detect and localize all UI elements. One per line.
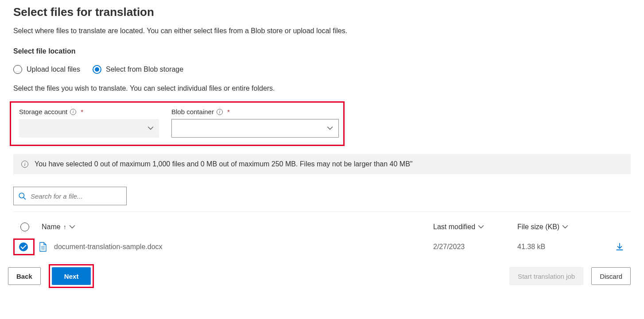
- radio-blob-label: Select from Blob storage: [106, 65, 183, 73]
- blob-container-label: Blob container: [171, 108, 214, 115]
- column-name[interactable]: Name ↑: [42, 223, 433, 231]
- column-file-size[interactable]: File size (KB): [517, 223, 606, 231]
- selection-info-bar: i You have selected 0 out of maximum 1,0…: [13, 154, 631, 174]
- file-location-label: Select file location: [13, 47, 631, 55]
- page-subtitle: Select where files to translate are loca…: [13, 27, 631, 35]
- start-translation-button: Start translation job: [509, 267, 583, 285]
- page-title: Select files for translation: [13, 5, 631, 19]
- radio-icon: [13, 65, 22, 74]
- column-name-label: Name: [42, 223, 61, 231]
- radio-upload-label: Upload local files: [27, 65, 80, 73]
- column-size-label: File size (KB): [517, 223, 559, 231]
- discard-button[interactable]: Discard: [591, 267, 631, 285]
- info-icon[interactable]: i: [217, 109, 223, 115]
- chevron-down-icon: [478, 224, 484, 230]
- radio-blob-storage[interactable]: Select from Blob storage: [93, 65, 183, 74]
- helper-text: Select the files you wish to translate. …: [13, 85, 631, 92]
- file-location-radio-group: Upload local files Select from Blob stor…: [13, 65, 631, 74]
- storage-fields-highlight: Storage account i * Blob container i *: [10, 101, 345, 146]
- file-modified: 2/27/2023: [433, 243, 517, 251]
- sort-ascending-icon: ↑: [63, 223, 66, 231]
- download-icon[interactable]: [616, 243, 624, 251]
- svg-line-1: [23, 197, 26, 200]
- radio-upload-local[interactable]: Upload local files: [13, 65, 80, 74]
- storage-account-select[interactable]: [19, 119, 159, 138]
- divider: [13, 211, 631, 212]
- footer-buttons: Back Next Start translation job Discard: [8, 264, 631, 288]
- chevron-down-icon: [327, 125, 333, 131]
- next-button-highlight: Next: [49, 264, 94, 288]
- row-checkbox-highlight: [13, 238, 35, 255]
- table-row[interactable]: document-translation-sample.docx 2/27/20…: [13, 236, 631, 258]
- search-input[interactable]: [30, 192, 122, 200]
- next-button[interactable]: Next: [52, 267, 91, 285]
- chevron-down-icon: [69, 224, 75, 230]
- back-button[interactable]: Back: [8, 267, 41, 285]
- document-icon: [39, 242, 47, 252]
- search-icon: [18, 192, 26, 200]
- info-icon: i: [21, 161, 28, 168]
- file-search[interactable]: [13, 187, 127, 205]
- blob-container-select[interactable]: [171, 119, 339, 138]
- column-last-modified[interactable]: Last modified: [433, 223, 517, 231]
- file-table-header: Name ↑ Last modified File size (KB): [13, 218, 631, 236]
- required-indicator: *: [227, 108, 230, 115]
- info-bar-text: You have selected 0 out of maximum 1,000…: [35, 160, 413, 168]
- file-size: 41.38 kB: [517, 243, 606, 251]
- column-modified-label: Last modified: [433, 223, 475, 231]
- storage-account-label: Storage account: [19, 108, 67, 115]
- row-checkbox[interactable]: [19, 242, 28, 251]
- required-indicator: *: [81, 108, 83, 115]
- select-all-checkbox[interactable]: [20, 223, 29, 231]
- svg-point-0: [19, 193, 24, 198]
- chevron-down-icon: [562, 224, 568, 230]
- info-icon[interactable]: i: [70, 109, 76, 115]
- chevron-down-icon: [147, 125, 154, 131]
- radio-icon: [93, 65, 101, 74]
- file-name: document-translation-sample.docx: [54, 243, 433, 251]
